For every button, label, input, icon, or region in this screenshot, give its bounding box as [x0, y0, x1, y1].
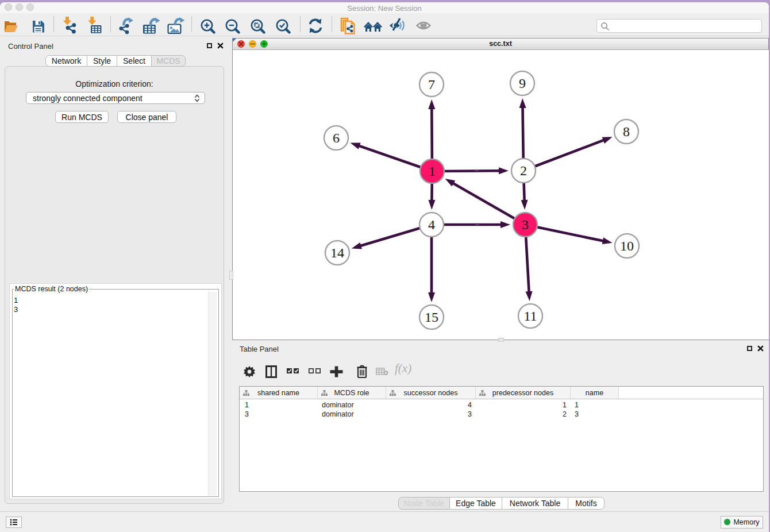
svg-text:14: 14 [330, 245, 344, 260]
svg-text:6: 6 [333, 130, 340, 145]
svg-text:9: 9 [519, 76, 526, 91]
svg-text:11: 11 [523, 309, 537, 323]
svg-text:1: 1 [429, 164, 436, 179]
svg-text:7: 7 [428, 77, 435, 92]
svg-text:3: 3 [522, 217, 529, 232]
svg-text:10: 10 [620, 238, 634, 253]
svg-text:8: 8 [623, 124, 630, 139]
svg-text:2: 2 [520, 163, 527, 178]
svg-text:15: 15 [425, 310, 438, 325]
svg-text:4: 4 [428, 217, 435, 232]
